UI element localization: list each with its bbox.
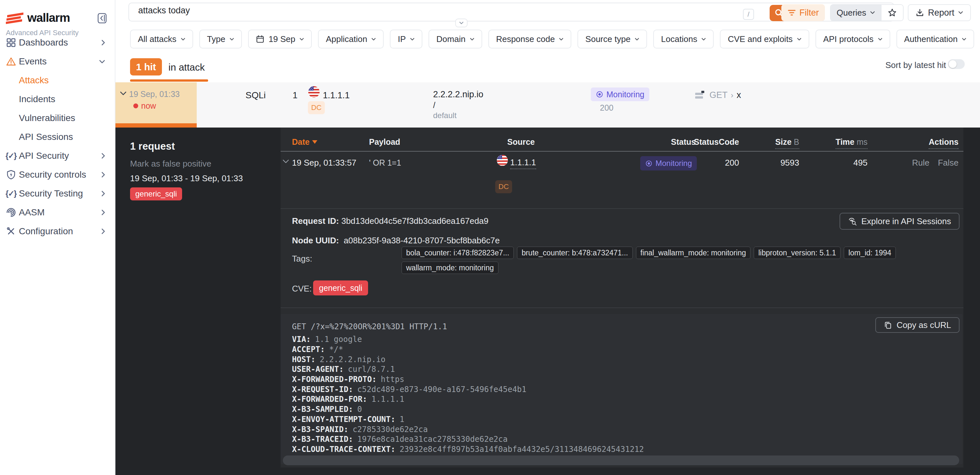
sidebar-item-label: Vulnerabilities bbox=[19, 113, 75, 123]
selected-attack-indicator bbox=[115, 123, 197, 128]
filter-chip-api-protocols[interactable]: API protocols bbox=[816, 30, 890, 48]
header-label: Time bbox=[836, 137, 854, 147]
sort-desc-icon bbox=[312, 140, 317, 144]
header-value: https bbox=[381, 375, 404, 384]
attack-date-cell[interactable]: 19 Sep, 01:33 now bbox=[115, 82, 197, 128]
sidebar-item-dashboards[interactable]: Dashboards bbox=[0, 33, 115, 52]
explore-api-sessions-button[interactable]: Explore in API Sessions bbox=[840, 213, 959, 230]
filter-chip-response-code[interactable]: Response code bbox=[488, 30, 572, 48]
sidebar-item-vulnerabilities[interactable]: Vulnerabilities bbox=[0, 109, 115, 128]
braces-check-icon: {✓} bbox=[6, 189, 16, 198]
filter-button[interactable]: Filter bbox=[781, 4, 825, 21]
sidebar-item-api-security[interactable]: {✓} API Security bbox=[0, 147, 115, 165]
sidebar-item-configuration[interactable]: Configuration bbox=[0, 222, 115, 241]
attack-application: default bbox=[433, 111, 457, 120]
queries-split-button: Queries bbox=[830, 4, 904, 21]
tags-label: Tags: bbox=[292, 254, 312, 264]
sidebar-item-aasm[interactable]: AASM bbox=[0, 203, 115, 222]
chevron-right-icon bbox=[102, 191, 105, 196]
filter-chip-application[interactable]: Application bbox=[318, 30, 384, 48]
attack-type-tag: generic_sqli bbox=[130, 187, 182, 201]
queries-button[interactable]: Queries bbox=[831, 5, 881, 21]
request-count: 1 request bbox=[130, 140, 175, 152]
sidebar-item-security-testing[interactable]: {✓} Security Testing bbox=[0, 184, 115, 203]
sidebar-collapse-icon[interactable] bbox=[97, 13, 107, 24]
section-divider bbox=[281, 308, 963, 308]
http-method: GET bbox=[710, 90, 728, 100]
copy-as-curl-button[interactable]: Copy as cURL bbox=[875, 317, 959, 333]
column-header-statuscode: StatusCode bbox=[694, 137, 739, 147]
filter-chip-source-type[interactable]: Source type bbox=[578, 30, 647, 48]
http-header-line: USER-AGENT:curl/8.7.1 bbox=[292, 364, 644, 375]
favorite-query-button[interactable] bbox=[881, 5, 903, 21]
request-source-ip[interactable]: 1.1.1.1 bbox=[510, 158, 536, 169]
column-header-time: Time ms bbox=[836, 137, 867, 149]
sidebar-item-security-controls[interactable]: Security controls bbox=[0, 165, 115, 184]
filter-chip-authentication[interactable]: Authentication bbox=[896, 30, 974, 48]
column-header-date[interactable]: Date bbox=[292, 137, 317, 147]
filter-icon bbox=[788, 9, 796, 17]
main-content: / Filter Queries bbox=[115, 0, 980, 475]
header-value: 1.1 google bbox=[315, 335, 362, 344]
copy-icon bbox=[884, 321, 892, 329]
node-uuid-line: Node UUID: a08b235f-9a38-4210-8707-5bcf8… bbox=[292, 236, 500, 245]
chevron-down-icon bbox=[878, 38, 883, 41]
filter-chip-all-attacks[interactable]: All attacks bbox=[130, 30, 193, 48]
request-payload: ' OR 1=1 bbox=[369, 158, 401, 167]
sort-by-latest-toggle[interactable] bbox=[948, 59, 965, 69]
filter-chip-locations[interactable]: Locations bbox=[653, 30, 714, 48]
collapse-filters-handle[interactable] bbox=[455, 19, 468, 27]
chevron-down-icon bbox=[229, 38, 234, 41]
header-name: VIA: bbox=[292, 335, 311, 344]
attack-row[interactable]: 19 Sep, 01:33 now SQLi 1 1.1.1.1 DC 2.2.… bbox=[115, 82, 980, 128]
filter-chip-ip[interactable]: IP bbox=[390, 30, 422, 48]
sidebar-item-label: API Sessions bbox=[19, 132, 73, 142]
sidebar-item-label: Security Testing bbox=[19, 188, 83, 199]
sidebar-item-events[interactable]: Events bbox=[0, 52, 115, 71]
chevron-down-icon bbox=[181, 38, 185, 41]
header-name: X-B3-TRACEID: bbox=[292, 435, 353, 444]
action-rule[interactable]: Rule bbox=[912, 158, 929, 168]
attack-source-ip[interactable]: 1.1.1.1 bbox=[323, 91, 350, 100]
filter-chip-date[interactable]: 19 Sep bbox=[248, 30, 312, 48]
request-status-badge: Monitoring bbox=[640, 156, 697, 171]
filter-chip-domain[interactable]: Domain bbox=[428, 30, 482, 48]
request-time: 495 bbox=[854, 158, 867, 168]
brand-name: wallarm bbox=[27, 11, 70, 25]
request-id-value: 3bd13de0d4c5e7f3db3cad6ea167eda9 bbox=[341, 216, 489, 226]
tag-chip: libproton_version: 5.1.1 bbox=[754, 247, 840, 259]
chevron-down-icon bbox=[962, 38, 966, 41]
monitoring-eye-icon bbox=[645, 160, 652, 167]
chevron-down-icon bbox=[371, 38, 376, 41]
sidebar-item-api-sessions[interactable]: API Sessions bbox=[0, 128, 115, 147]
header-value: 0 bbox=[357, 405, 362, 414]
http-request-line: GET /?x=%27%20OR%201%3D1 HTTP/1.1 bbox=[292, 322, 447, 331]
us-flag-icon bbox=[308, 86, 320, 98]
sidebar-item-incidents[interactable]: Incidents bbox=[0, 90, 115, 109]
attack-endpoint[interactable]: GET › x bbox=[695, 90, 741, 100]
filter-chip-cve[interactable]: CVE and exploits bbox=[720, 30, 809, 48]
http-header-line: X-ENVOY-ATTEMPT-COUNT:1 bbox=[292, 414, 644, 425]
sidebar-item-attacks[interactable]: Attacks bbox=[0, 71, 115, 90]
horizontal-scrollbar[interactable] bbox=[283, 456, 959, 465]
cve-tag: generic_sqli bbox=[313, 281, 368, 295]
chevron-down-icon bbox=[797, 38, 802, 41]
expand-request-chevron[interactable] bbox=[283, 159, 289, 164]
action-false[interactable]: False bbox=[938, 158, 959, 168]
fingerprint-search-icon bbox=[848, 217, 857, 226]
chevron-down-icon bbox=[870, 11, 875, 14]
chip-label: Authentication bbox=[904, 34, 958, 44]
header-value: 23932e8c4ff897b53a14f0abfa4432e5/3113484… bbox=[399, 445, 644, 454]
filter-chip-type[interactable]: Type bbox=[199, 30, 242, 48]
report-label: Report bbox=[928, 8, 954, 18]
tag-chip: wallarm_mode: monitoring bbox=[402, 261, 498, 274]
report-button[interactable]: Report bbox=[908, 4, 971, 21]
chevron-down-icon bbox=[120, 91, 126, 96]
shield-bolt-icon bbox=[6, 170, 16, 180]
dashboards-grid-icon bbox=[6, 38, 16, 48]
chip-label: 19 Sep bbox=[269, 34, 295, 44]
header-name: X-FORWARDED-FOR: bbox=[292, 395, 367, 404]
mark-false-positive-link[interactable]: Mark as false positive bbox=[130, 159, 212, 169]
sidebar-item-label: Configuration bbox=[19, 226, 73, 236]
search-input[interactable] bbox=[138, 5, 724, 16]
